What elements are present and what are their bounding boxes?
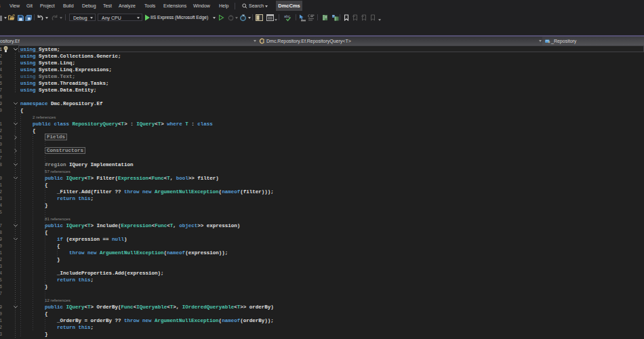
svg-text:abc: abc [284, 14, 290, 18]
